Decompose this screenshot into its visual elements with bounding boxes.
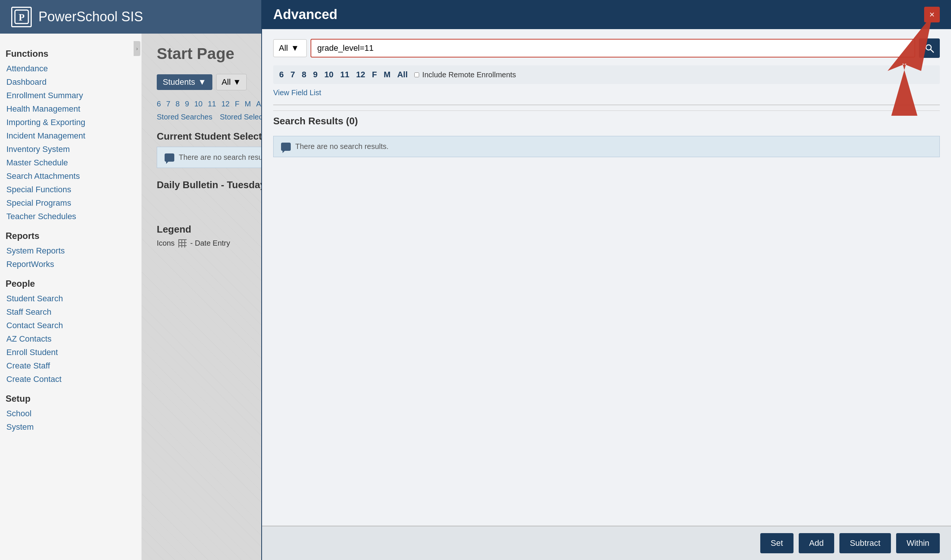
modal-title: Advanced [273,7,337,22]
modal-include-remote-label: Include Remote Enrollments [422,71,516,79]
grade-9[interactable]: 9 [185,100,189,108]
sidebar-item-enrollment-summary[interactable]: Enrollment Summary [6,89,136,102]
modal-grade-9[interactable]: 9 [313,70,318,80]
all-dropdown[interactable]: All ▼ [216,74,247,90]
sidebar-item-attendance[interactable]: Attendance [6,62,136,75]
modal-close-button[interactable]: × [924,7,940,22]
sidebar-item-school[interactable]: School [6,407,136,420]
modal-all-dropdown[interactable]: All ▼ [273,39,307,57]
advanced-modal: Advanced × All ▼ 6 7 8 [261,0,951,560]
grade-6[interactable]: 6 [157,100,161,108]
set-button[interactable]: Set [760,533,794,553]
sidebar-item-enroll-student[interactable]: Enroll Student [6,346,136,359]
modal-select-chevron-icon: ▼ [291,43,299,53]
modal-search-input[interactable] [311,39,915,57]
chat-icon [165,154,174,162]
students-chevron-icon: ▼ [198,77,206,87]
sidebar-section-setup: Setup School System [6,394,136,434]
grade-10[interactable]: 10 [194,100,203,108]
modal-include-remote-checkbox[interactable] [414,72,419,77]
modal-grade-row: 6 7 8 9 10 11 12 F M All [279,70,408,80]
logo-container: P PowerSchool SIS [11,7,143,27]
sidebar-item-reportworks[interactable]: ReportWorks [6,258,136,271]
sidebar-item-special-programs[interactable]: Special Programs [6,196,136,210]
sidebar-item-special-functions[interactable]: Special Functions [6,183,136,196]
sidebar-item-create-staff[interactable]: Create Staff [6,359,136,372]
grade-7[interactable]: 7 [166,100,170,108]
modal-grade-f[interactable]: F [372,70,377,80]
sidebar-item-dashboard[interactable]: Dashboard [6,75,136,89]
app-title: PowerSchool SIS [38,9,143,25]
modal-body: All ▼ 6 7 8 9 10 11 12 [262,29,951,526]
sidebar-item-search-attachments[interactable]: Search Attachments [6,169,136,183]
section-title-reports: Reports [6,231,136,241]
sidebar-item-contact-search[interactable]: Contact Search [6,319,136,332]
modal-grade-10[interactable]: 10 [324,70,333,80]
grade-m[interactable]: M [245,100,251,108]
modal-view-field: View Field List [273,88,940,97]
section-title-people: People [6,278,136,289]
modal-chat-icon [281,143,291,151]
no-results-text: There are no search results. [179,153,272,162]
modal-grade-12[interactable]: 12 [356,70,365,80]
within-button[interactable]: Within [896,533,940,553]
sidebar-item-student-search[interactable]: Student Search [6,292,136,305]
sidebar-collapse-arrow[interactable]: › [134,41,140,56]
modal-no-results-box: There are no search results. [273,136,940,157]
modal-no-results-text: There are no search results. [295,142,389,151]
modal-grade-7[interactable]: 7 [290,70,295,80]
sidebar-item-incident-management[interactable]: Incident Management [6,129,136,143]
sidebar-item-master-schedule[interactable]: Master Schedule [6,156,136,169]
modal-grade-6[interactable]: 6 [279,70,284,80]
icons-label: Icons [157,239,175,248]
date-entry-label: - Date Entry [190,239,230,248]
modal-results-header: Search Results (0) [273,111,940,131]
all-chevron-icon: ▼ [233,77,241,87]
sidebar-section-functions: Functions Attendance Dashboard Enrollmen… [6,49,136,223]
svg-text:P: P [18,12,25,23]
modal-footer: Set Add Subtract Within [262,526,951,560]
sidebar-item-inventory-system[interactable]: Inventory System [6,143,136,156]
sidebar-item-create-contact[interactable]: Create Contact [6,372,136,386]
logo-icon: P [11,7,32,27]
modal-grade-8[interactable]: 8 [302,70,306,80]
sidebar-item-az-contacts[interactable]: AZ Contacts [6,332,136,346]
modal-grade-11[interactable]: 11 [340,70,349,80]
grid-icon [179,239,187,248]
modal-search-button[interactable] [919,38,940,58]
modal-header: Advanced × [262,0,951,29]
subtract-button[interactable]: Subtract [839,533,891,553]
modal-include-remote-row: Include Remote Enrollments [414,71,516,79]
students-label: Students [163,77,195,87]
grade-11[interactable]: 11 [208,100,216,108]
modal-search-row: All ▼ [273,38,940,58]
stored-searches-link[interactable]: Stored Searches [157,113,212,122]
sidebar-item-teacher-schedules[interactable]: Teacher Schedules [6,210,136,223]
sidebar-item-importing-exporting[interactable]: Importing & Exporting [6,116,136,129]
add-button[interactable]: Add [799,533,834,553]
grade-f[interactable]: F [235,100,239,108]
sidebar-section-people: People Student Search Staff Search Conta… [6,278,136,386]
sidebar-section-reports: Reports System Reports ReportWorks [6,231,136,271]
section-title-setup: Setup [6,394,136,404]
grade-12[interactable]: 12 [221,100,229,108]
modal-grade-m[interactable]: M [384,70,391,80]
sidebar: › Functions Attendance Dashboard Enrollm… [0,34,142,560]
sidebar-item-system[interactable]: System [6,420,136,434]
students-dropdown[interactable]: Students ▼ [157,74,212,90]
grade-8[interactable]: 8 [175,100,180,108]
sidebar-item-health-management[interactable]: Health Management [6,102,136,116]
all-label: All [222,77,231,87]
section-title-functions: Functions [6,49,136,59]
modal-select-value: All [279,43,288,53]
modal-view-field-list-link[interactable]: View Field List [273,88,322,97]
sidebar-item-staff-search[interactable]: Staff Search [6,305,136,319]
modal-grade-all[interactable]: All [397,70,408,80]
svg-line-3 [931,50,934,52]
sidebar-item-system-reports[interactable]: System Reports [6,244,136,258]
